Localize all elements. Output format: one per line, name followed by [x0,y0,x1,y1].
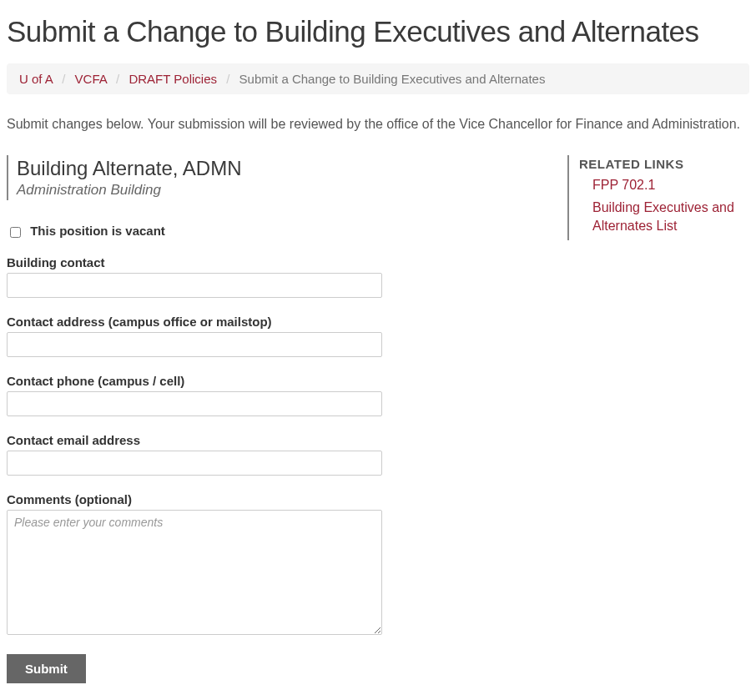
list-item: FPP 702.1 [592,176,749,194]
submit-button[interactable]: Submit [7,654,86,683]
breadcrumb-separator: / [62,72,65,86]
related-links-block: RELATED LINKS FPP 702.1 Building Executi… [567,155,749,240]
contact-phone-input[interactable] [7,391,382,416]
contact-email-label: Contact email address [7,433,541,447]
contact-email-input[interactable] [7,451,382,476]
breadcrumb: U of A / VCFA / DRAFT Policies / Submit … [7,63,749,94]
breadcrumb-separator: / [226,72,229,86]
position-block: Building Alternate, ADMN Administration … [7,155,541,200]
related-link-bea-list[interactable]: Building Executives and Alternates List [592,200,734,233]
vacant-checkbox[interactable] [10,227,21,238]
breadcrumb-current: Submit a Change to Building Executives a… [239,72,546,86]
page-title: Submit a Change to Building Executives a… [7,15,749,48]
building-contact-input[interactable] [7,273,382,298]
comments-textarea[interactable] [7,510,382,635]
breadcrumb-link-uofa[interactable]: U of A [19,72,53,86]
position-title: Building Alternate, ADMN [17,157,541,180]
related-link-fpp[interactable]: FPP 702.1 [592,178,655,192]
contact-phone-label: Contact phone (campus / cell) [7,374,541,388]
contact-address-label: Contact address (campus office or mailst… [7,315,541,329]
breadcrumb-link-draft-policies[interactable]: DRAFT Policies [129,72,217,86]
sidebar-column: RELATED LINKS FPP 702.1 Building Executi… [567,155,749,240]
comments-label: Comments (optional) [7,492,541,506]
vacant-checkbox-label[interactable]: This position is vacant [30,224,165,238]
related-links-heading: RELATED LINKS [579,157,749,171]
building-contact-label: Building contact [7,255,541,269]
contact-address-input[interactable] [7,332,382,357]
intro-text: Submit changes below. Your submission wi… [7,114,749,133]
position-subtitle: Administration Building [17,182,541,199]
breadcrumb-link-vcfa[interactable]: VCFA [75,72,107,86]
list-item: Building Executives and Alternates List [592,199,749,236]
breadcrumb-separator: / [116,72,119,86]
main-column: Building Alternate, ADMN Administration … [7,155,541,683]
